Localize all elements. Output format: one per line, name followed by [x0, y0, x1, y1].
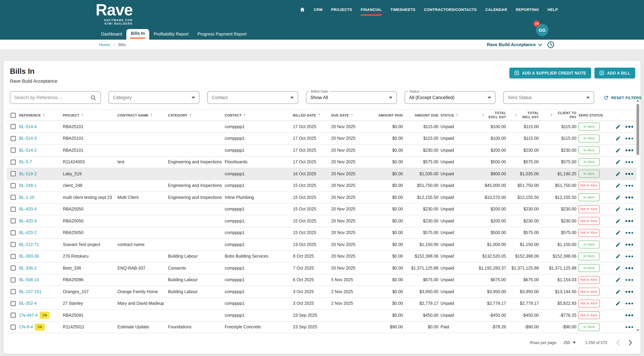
- row-checkbox[interactable]: [10, 136, 16, 141]
- row-menu-icon[interactable]: [626, 196, 633, 198]
- col-header-contract-name[interactable]: CONTRACT NAME↑: [118, 113, 168, 117]
- row-menu-icon[interactable]: [626, 232, 633, 234]
- edit-pencil-icon[interactable]: [615, 148, 620, 153]
- row-checkbox[interactable]: [10, 148, 16, 153]
- table-row[interactable]: BL-248-1 client_248 Engineering and Insp…: [7, 180, 637, 192]
- reference-link[interactable]: BL-514-3: [19, 136, 37, 141]
- edit-pencil-icon[interactable]: [615, 124, 620, 130]
- tab-dashboard[interactable]: Dashboard: [97, 32, 126, 40]
- reference-link[interactable]: BL-300-30: [19, 254, 39, 259]
- row-checkbox[interactable]: [10, 277, 16, 282]
- row-menu-icon[interactable]: [626, 173, 633, 175]
- table-row[interactable]: BL-508-10 RBA25096 Building Labour compp…: [7, 274, 637, 286]
- row-checkbox[interactable]: [10, 301, 16, 306]
- row-checkbox[interactable]: [10, 242, 16, 247]
- row-checkbox[interactable]: [10, 230, 16, 235]
- scroll-up-icon[interactable]: [636, 100, 639, 102]
- nav-item-reporting[interactable]: REPORTING: [516, 8, 539, 12]
- billed-date-filter[interactable]: Billed Date Show All: [306, 91, 397, 104]
- table-row[interactable]: BL-514-3 RBA25101 compppp1 17 Oct 2025 2…: [7, 133, 637, 145]
- table-row[interactable]: BL-5-7 R11424003 test Engineering and In…: [7, 156, 637, 168]
- status-filter[interactable]: Status All (Except Cancelled): [405, 91, 496, 104]
- xero-status-filter[interactable]: Xero Status: [503, 91, 594, 104]
- row-checkbox[interactable]: [10, 218, 16, 224]
- row-menu-icon[interactable]: [626, 267, 633, 269]
- table-row[interactable]: BL-1-10 multi client testing sept 23 Mul…: [7, 192, 637, 203]
- row-menu-icon[interactable]: [626, 326, 633, 328]
- table-row[interactable]: BL-157-151 Oranges_157 Orange Family Hom…: [7, 286, 637, 298]
- row-checkbox[interactable]: [10, 160, 16, 165]
- row-checkbox[interactable]: [10, 313, 16, 318]
- home-icon[interactable]: [299, 7, 305, 12]
- col-header-xero-status[interactable]: XERO STATUS: [578, 113, 609, 117]
- edit-pencil-icon[interactable]: [615, 254, 620, 259]
- table-row[interactable]: BL-352-4 27 Stanley Mary and David Madeu…: [7, 298, 637, 309]
- col-header-category[interactable]: CATEGORY↑: [168, 113, 225, 117]
- row-checkbox[interactable]: [10, 266, 16, 271]
- nav-item-contractors-contacts[interactable]: CONTRACTORS/CONTACTS: [424, 8, 477, 12]
- nav-item-projects[interactable]: PROJECTS: [331, 8, 352, 12]
- reference-link[interactable]: BL-514-2: [19, 148, 37, 153]
- edit-pencil-icon[interactable]: [615, 136, 620, 141]
- row-checkbox[interactable]: [10, 207, 16, 212]
- nav-item-crm[interactable]: CRM: [314, 8, 322, 12]
- row-menu-icon[interactable]: [626, 126, 633, 128]
- edit-pencil-icon[interactable]: [615, 301, 620, 306]
- history-clock-icon[interactable]: [547, 41, 554, 48]
- row-menu-icon[interactable]: [626, 244, 633, 245]
- reference-link[interactable]: BL-519-2: [19, 171, 37, 177]
- reference-link[interactable]: BL-514-4: [19, 124, 37, 130]
- search-input[interactable]: [14, 95, 90, 100]
- previous-page-button[interactable]: [616, 339, 620, 346]
- nav-item-calendar[interactable]: CALENDAR: [485, 8, 507, 12]
- reference-link[interactable]: BL-508-10: [19, 277, 39, 283]
- reference-link[interactable]: BL-420-2: [19, 230, 37, 236]
- row-checkbox[interactable]: [10, 324, 16, 330]
- table-vertical-scrollbar[interactable]: [636, 100, 640, 331]
- row-checkbox[interactable]: [10, 254, 16, 259]
- tab-profitability-report[interactable]: Profitability Report: [149, 32, 193, 40]
- row-menu-icon[interactable]: [626, 161, 633, 163]
- table-row[interactable]: BL-514-2 RBA25101 compppp1 17 Oct 2025 2…: [7, 145, 637, 156]
- row-menu-icon[interactable]: [626, 149, 633, 151]
- breadcrumb-home-link[interactable]: Home: [99, 42, 110, 47]
- row-menu-icon[interactable]: [626, 138, 633, 139]
- add-bill-button[interactable]: ADD A BILL: [594, 68, 635, 78]
- table-row[interactable]: BL-336-2 Beet_336 ENQ-RAB-337 Consents c…: [7, 262, 637, 274]
- table-row[interactable]: CN-8-4 CN R11425011 Estimate Update Foun…: [7, 321, 637, 333]
- reset-filters-button[interactable]: RESET FILTERS: [603, 95, 642, 100]
- reference-link[interactable]: BL-336-2: [19, 265, 37, 271]
- add-supplier-credit-note-button[interactable]: ADD A SUPPLIER CREDIT NOTE: [510, 68, 591, 78]
- rows-per-page-select[interactable]: 250: [564, 341, 576, 345]
- scrollbar-thumb[interactable]: [636, 104, 639, 155]
- org-switcher[interactable]: Rave Build Acceptance: [487, 42, 542, 47]
- category-filter[interactable]: Category: [108, 91, 200, 104]
- nav-item-financial[interactable]: FINANCIAL: [361, 8, 382, 12]
- user-menu[interactable]: 19 GG: [536, 21, 551, 37]
- reference-link[interactable]: BL-420-3: [19, 218, 37, 224]
- table-row[interactable]: BL-300-30 276 Rotokaru Building Labour B…: [7, 251, 637, 262]
- col-header-amount-paid[interactable]: AMOUNT PAID: [370, 113, 405, 117]
- reference-link[interactable]: BL-352-4: [19, 301, 37, 306]
- col-header-status[interactable]: STATUS↑: [440, 113, 468, 117]
- edit-pencil-icon[interactable]: [615, 159, 620, 165]
- edit-pencil-icon[interactable]: [615, 195, 620, 200]
- reference-link[interactable]: BL-248-1: [19, 183, 37, 188]
- tab-progress-payment-report[interactable]: Progress Payment Report: [193, 32, 251, 40]
- next-page-button[interactable]: [629, 339, 632, 346]
- row-menu-icon[interactable]: [626, 291, 633, 293]
- contact-filter[interactable]: Contact: [207, 91, 298, 104]
- col-header-total-excl-gst[interactable]: ↑TOTAL EXCL GST: [468, 111, 508, 119]
- row-checkbox[interactable]: [10, 289, 16, 294]
- tab-bills-in[interactable]: Bills In: [126, 29, 149, 40]
- select-all-checkbox[interactable]: [10, 113, 16, 118]
- col-header-project[interactable]: PROJECT↑: [63, 113, 118, 117]
- table-row[interactable]: BL-212-71 Sravani Test project contract …: [7, 239, 637, 251]
- reference-link[interactable]: BL-5-7: [19, 159, 32, 165]
- col-header-amount-due[interactable]: AMOUNT DUE: [405, 113, 440, 117]
- table-row[interactable]: BL-519-2 Laby_519 compppp1 16 Oct 2025 2…: [7, 168, 637, 180]
- col-header-contact[interactable]: CONTACT↑: [225, 113, 293, 117]
- edit-pencil-icon[interactable]: [615, 171, 620, 177]
- reference-link[interactable]: CN-447-4: [19, 313, 38, 318]
- row-checkbox[interactable]: [10, 124, 16, 129]
